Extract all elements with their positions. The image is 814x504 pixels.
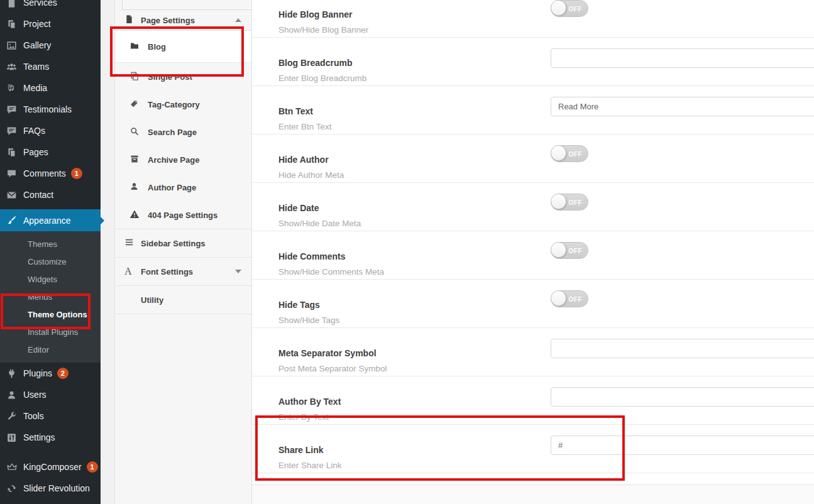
toggle-state-label: OFF: [569, 295, 583, 302]
btn-text-input[interactable]: [551, 97, 814, 116]
toggle-knob: [551, 242, 566, 258]
hide-tags-toggle[interactable]: OFF: [551, 290, 588, 307]
author-by-text-input[interactable]: [551, 387, 814, 407]
submenu-item-widgets[interactable]: Widgets: [0, 271, 101, 288]
sidebar-item-gallery[interactable]: Gallery: [0, 35, 101, 56]
sidebar-item-contact[interactable]: Contact: [0, 184, 101, 205]
comment-bubble-icon: [0, 168, 23, 179]
setting-row-hide-author: Hide Author Hide Author Meta OFF: [251, 134, 814, 183]
submenu-item-themes[interactable]: Themes: [0, 236, 101, 253]
tag-icon: [129, 99, 148, 111]
pages-icon: [0, 147, 23, 158]
setting-row-blog-breadcrumb: Blog Breadcrumb Enter Blog Breadcrumb: [251, 38, 814, 86]
setting-description: Show/Hide Tags: [278, 315, 814, 325]
nav-item-single-post[interactable]: Single Post: [115, 63, 251, 90]
sidebar-item-project[interactable]: Project: [0, 13, 101, 35]
sidebar-item-faqs[interactable]: FAQs: [0, 120, 101, 141]
setting-row-hide-comments: Hide Comments Show/Hide Comments Meta OF…: [251, 231, 814, 280]
sliders-icon: [0, 432, 23, 443]
sidebar-item-label: Testimonials: [23, 104, 72, 114]
sidebar-item-label: Plugins: [23, 368, 52, 378]
user-icon: [0, 390, 23, 400]
toggle-state-label: OFF: [569, 247, 583, 254]
sidebar-item-label: Pages: [23, 147, 48, 157]
setting-description: Enter By Text: [278, 412, 814, 422]
nav-group-utility[interactable]: Utility: [115, 285, 251, 314]
menu-separator: [0, 448, 101, 456]
faq-bubble-icon: [0, 126, 23, 136]
sidebar-item-services[interactable]: Services: [0, 0, 101, 13]
submenu-item-customize[interactable]: Customize: [0, 253, 101, 271]
sidebar-item-pages[interactable]: Pages: [0, 141, 101, 163]
toggle-knob: [551, 290, 566, 306]
admin-menu-top-group: Services Project Gallery Teams Media Tes: [0, 0, 101, 499]
sidebar-item-media[interactable]: Media: [0, 77, 101, 99]
hide-author-toggle[interactable]: OFF: [551, 145, 588, 162]
nav-item-label: Single Post: [148, 72, 192, 82]
project-icon: [0, 19, 23, 30]
nav-group-sidebar-settings[interactable]: Sidebar Settings: [115, 229, 251, 257]
sidebar-item-label: Gallery: [23, 40, 51, 50]
setting-label: Hide Tags: [278, 300, 814, 310]
nav-group-font-settings[interactable]: A Font Settings: [115, 257, 251, 285]
copy-pages-icon: [129, 71, 148, 83]
hide-date-toggle[interactable]: OFF: [551, 194, 588, 211]
setting-row-meta-separator: Meta Separator Symbol Post Meta Separato…: [251, 328, 814, 376]
nav-item-404-page-settings[interactable]: 404 Page Settings: [115, 201, 251, 229]
sidebar-item-label: Settings: [23, 432, 55, 442]
sidebar-item-label: Comments: [23, 168, 66, 178]
sidebar-item-label: Appearance: [23, 216, 71, 226]
share-link-input[interactable]: [551, 436, 814, 455]
sidebar-item-slider-revolution[interactable]: Slider Revolution: [0, 478, 101, 499]
nav-item-search-page[interactable]: Search Page: [115, 118, 251, 146]
toggle-state-label: OFF: [569, 5, 583, 12]
archive-icon: [129, 154, 148, 166]
submenu-item-menus[interactable]: Menus: [0, 288, 101, 306]
sidebar-item-kingcomposer[interactable]: KingComposer 1: [0, 456, 101, 478]
nav-item-tag-category[interactable]: Tag-Category: [115, 90, 251, 118]
sidebar-item-label: FAQs: [23, 126, 45, 136]
panel-top-fragment: [122, 0, 123, 9]
theme-options-content: Hide Blog Banner Show/Hide Blog Banner O…: [251, 0, 814, 504]
folder-icon: [129, 41, 148, 53]
hide-comments-toggle[interactable]: OFF: [551, 242, 588, 259]
nav-item-label: Author Page: [148, 183, 196, 192]
nav-group-label: Sidebar Settings: [141, 239, 206, 248]
nav-item-archive-page[interactable]: Archive Page: [115, 146, 251, 173]
blog-breadcrumb-input[interactable]: [551, 48, 814, 68]
setting-row-hide-tags: Hide Tags Show/Hide Tags OFF: [251, 280, 814, 328]
teams-icon: [0, 62, 23, 72]
nav-group-page-settings[interactable]: Page Settings: [115, 10, 251, 31]
sidebar-item-label: Slider Revolution: [23, 483, 90, 493]
submenu-item-editor[interactable]: Editor: [0, 341, 101, 359]
kingcomposer-count-badge: 1: [87, 461, 98, 473]
submenu-item-install-plugins[interactable]: Install Plugins: [0, 324, 101, 341]
chevron-up-icon[interactable]: [235, 18, 241, 22]
chevron-down-icon[interactable]: [235, 270, 241, 273]
meta-separator-input[interactable]: [551, 339, 814, 358]
sidebar-item-label: KingComposer: [23, 462, 82, 472]
setting-label: Hide Author: [278, 155, 814, 165]
sidebar-item-label: Media: [23, 83, 47, 93]
setting-description: Enter Share Link: [278, 461, 814, 470]
content-bottom-strip: [251, 485, 814, 504]
sidebar-item-tools[interactable]: Tools: [0, 405, 101, 427]
setting-description: Show/Hide Blog Banner: [278, 25, 814, 35]
sidebar-item-appearance[interactable]: Appearance: [0, 209, 101, 231]
sidebar-item-teams[interactable]: Teams: [0, 56, 101, 77]
comments-count-badge: 1: [71, 168, 82, 179]
submenu-item-theme-options[interactable]: Theme Options: [0, 306, 101, 324]
search-icon: [129, 126, 148, 138]
sidebar-item-testimonials[interactable]: Testimonials: [0, 99, 101, 120]
envelope-icon: [0, 190, 23, 200]
hide-blog-banner-toggle[interactable]: OFF: [551, 0, 588, 17]
media-icon: [0, 83, 23, 94]
sidebar-item-plugins[interactable]: Plugins 2: [0, 363, 101, 384]
sidebar-item-settings[interactable]: Settings: [0, 427, 101, 448]
setting-row-hide-date: Hide Date Show/Hide Date Meta OFF: [251, 183, 814, 231]
nav-item-author-page[interactable]: Author Page: [115, 173, 251, 201]
sidebar-item-users[interactable]: Users: [0, 384, 101, 405]
nav-item-blog[interactable]: Blog: [115, 31, 251, 63]
sidebar-item-comments[interactable]: Comments 1: [0, 163, 101, 184]
sidebar-item-label: Teams: [23, 62, 49, 72]
